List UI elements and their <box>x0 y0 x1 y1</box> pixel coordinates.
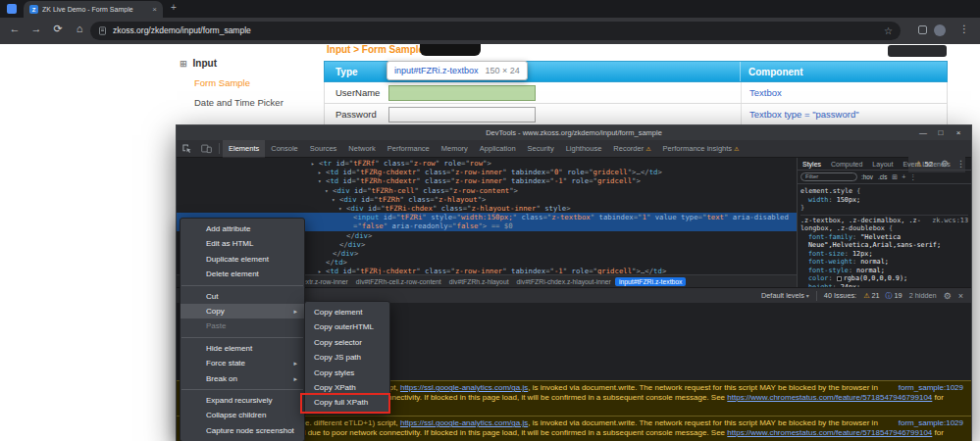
tree-line[interactable]: ▾<div id="tFZRh" class="z-hlayout"> <box>177 195 797 204</box>
source-link[interactable]: form_sample:1029 <box>899 383 963 393</box>
devtools-tab-performance[interactable]: Performance <box>382 140 436 158</box>
menu-item-paste[interactable]: Paste <box>181 318 304 333</box>
url-text[interactable]: zkoss.org/zkdemo/input/form_sample <box>113 25 878 35</box>
device-toolbar-icon[interactable] <box>196 143 216 154</box>
menu-item-copy-styles[interactable]: Copy styles <box>305 366 389 380</box>
menu-item-copy-js-path[interactable]: Copy JS path <box>305 350 389 365</box>
sidebar-section-input[interactable]: ⊞ Input <box>162 58 319 69</box>
css-property[interactable]: color: rgba(0,0,0,0.9); <box>800 274 968 283</box>
styles-more-icon[interactable]: ⋮ <box>909 173 916 181</box>
menu-item-copy-full-xpath[interactable]: Copy full XPath <box>305 395 389 410</box>
menu-item-copy[interactable]: Copy▸ <box>181 304 304 318</box>
css-property[interactable]: font-size: 12px; <box>800 250 968 259</box>
issue-chip[interactable]: ⓘ19 <box>886 291 903 301</box>
default-levels-dropdown[interactable]: Default levels▾ <box>761 291 809 300</box>
breadcrumb-item[interactable]: div#tFZRh-cell.z-row-content <box>352 277 445 286</box>
extensions-icon[interactable] <box>918 25 927 34</box>
styles-tab-styles[interactable]: Styles <box>798 161 826 168</box>
sidebar-item-form-sample[interactable]: Form Sample <box>194 77 319 88</box>
console-link[interactable]: https://www.chromestatus.com/feature/571… <box>727 428 932 437</box>
menu-item-duplicate-element[interactable]: Duplicate element <box>181 252 304 267</box>
devtools-tab-memory[interactable]: Memory <box>436 140 474 158</box>
menu-item-capture-node-screenshot[interactable]: Capture node screenshot <box>181 423 304 438</box>
devtools-tab-security[interactable]: Security <box>522 140 560 158</box>
new-tab-button[interactable]: + <box>171 2 177 13</box>
devtools-tab-application[interactable]: Application <box>474 140 522 158</box>
devtools-tab-recorder[interactable]: Recorder⚠ <box>607 140 656 158</box>
menu-item-break-on[interactable]: Break on▸ <box>181 371 304 386</box>
css-property[interactable]: font-weight: normal; <box>800 258 968 267</box>
tree-line[interactable]: ▾<div id="tFZRh-cell" class="z-row-conte… <box>177 186 797 195</box>
twisty-icon[interactable]: ▾ <box>318 176 326 185</box>
tree-line[interactable]: ▾<div id="tFZRi-chdex" class="z-hlayout-… <box>177 204 797 213</box>
maximize-button[interactable]: □ <box>932 125 950 140</box>
forward-button[interactable]: → <box>27 23 45 34</box>
close-button[interactable]: × <box>950 125 967 140</box>
menu-item-delete-element[interactable]: Delete element <box>181 267 304 281</box>
tab-close-icon[interactable]: × <box>152 5 157 14</box>
toggle-classes[interactable]: .cls <box>877 173 888 180</box>
grid-editor-icon[interactable]: ⊞ <box>892 173 898 181</box>
stylesheet-link[interactable]: zk.wcs:13 <box>932 217 968 225</box>
close-drawer-icon[interactable]: × <box>958 291 963 301</box>
menu-item-edit-as-html[interactable]: Edit as HTML <box>181 236 304 251</box>
devtools-tab-elements[interactable]: Elements <box>223 140 265 158</box>
username-input[interactable] <box>388 85 536 101</box>
sidebar-item-date-time-picker[interactable]: Date and Time Picker <box>194 97 319 108</box>
menu-item-add-attribute[interactable]: Add attribute <box>181 221 304 236</box>
devtools-titlebar[interactable]: DevTools - www.zkoss.org/zkdemo/input/fo… <box>177 125 971 140</box>
twisty-icon[interactable]: ▸ <box>311 159 319 168</box>
menu-item-expand-recursively[interactable]: Expand recursively <box>181 393 304 408</box>
source-link[interactable]: form_sample:1029 <box>899 418 963 428</box>
menu-item-hide-element[interactable]: Hide element <box>181 341 304 356</box>
profile-avatar[interactable] <box>934 24 946 36</box>
styles-tab-computed[interactable]: Computed <box>826 161 867 168</box>
page-breadcrumb[interactable]: Input > Form Sample <box>327 44 424 55</box>
tree-line[interactable]: ▾<td id="tFZRh-chdextr" class="z-row-inn… <box>177 176 797 185</box>
css-property[interactable]: font-family: "Helvetica Neue",Helvetica,… <box>800 233 968 250</box>
inspect-element-icon[interactable] <box>177 143 196 154</box>
console-link[interactable]: https://www.chromestatus.com/feature/571… <box>727 393 932 402</box>
site-info-icon[interactable] <box>98 26 107 35</box>
issues-count-label[interactable]: 40 Issues: <box>824 291 856 300</box>
devtools-tab-sources[interactable]: Sources <box>304 140 343 158</box>
styles-tab-layout[interactable]: Layout <box>867 161 898 168</box>
twisty-icon[interactable]: ▸ <box>318 267 326 274</box>
bookmark-star-icon[interactable]: ☆ <box>884 25 893 36</box>
password-input[interactable] <box>388 107 536 122</box>
menu-item-collapse-children[interactable]: Collapse children <box>181 408 304 422</box>
reload-button[interactable]: ⟳ <box>49 23 67 35</box>
twisty-icon[interactable]: ▾ <box>325 186 333 195</box>
new-style-rule-icon[interactable]: + <box>902 173 905 180</box>
menu-item-cut[interactable]: Cut <box>181 289 304 304</box>
css-property[interactable]: font-style: normal; <box>800 267 968 275</box>
tree-line[interactable]: ▸<td id="tFZRg-chdextr" class="z-row-inn… <box>177 168 797 176</box>
breadcrumb-item[interactable]: div#tFZRh.z-hlayout <box>445 277 513 286</box>
menu-item-copy-selector[interactable]: Copy selector <box>305 335 389 350</box>
styles-filter-input[interactable]: Filter <box>800 172 857 181</box>
tree-line[interactable]: ▸<tr id="tFZRf" class="z-row" role="row"… <box>177 159 797 168</box>
issue-chip[interactable]: ⚠21 <box>863 291 879 301</box>
rule-selector[interactable]: element.style { <box>800 187 968 196</box>
devtools-tab-performance-insights[interactable]: Performance insights⚠ <box>657 140 746 158</box>
address-bar[interactable]: zkoss.org/zkdemo/input/form_sample ☆ <box>90 22 901 40</box>
devtools-tab-lighthouse[interactable]: Lighthouse <box>560 140 608 158</box>
console-link[interactable]: https://ssl.google-analytics.com/ga.js <box>400 418 528 427</box>
twisty-icon[interactable]: ▸ <box>318 168 326 176</box>
devtools-tab-console[interactable]: Console <box>265 140 304 158</box>
menu-item-copy-xpath[interactable]: Copy XPath <box>305 380 389 395</box>
styles-tab-event-listeners[interactable]: Event Listeners <box>898 161 954 168</box>
home-button[interactable]: ⌂ <box>71 23 88 34</box>
console-link[interactable]: https://ssl.google-analytics.com/ga.js <box>400 383 528 392</box>
browser-menu-icon[interactable]: ⋮ <box>959 24 969 34</box>
menu-item-copy-outerhtml[interactable]: Copy outerHTML <box>305 319 389 334</box>
twisty-icon[interactable]: ▾ <box>332 195 339 204</box>
minimize-button[interactable]: — <box>914 125 932 140</box>
menu-item-copy-element[interactable]: Copy element <box>305 305 389 319</box>
back-button[interactable]: ← <box>6 23 24 34</box>
breadcrumb-item[interactable]: input#tFZRi.z-textbox <box>615 277 687 286</box>
rule-selector[interactable]: zk.wcs:13.z-textbox, .z-decimalbox, .z-l… <box>800 217 968 233</box>
browser-tab[interactable]: Z ZK Live Demo - Form Sample × <box>24 1 163 18</box>
console-settings-icon[interactable]: ⚙ <box>944 291 952 301</box>
css-property[interactable]: width: 150px; <box>800 196 968 205</box>
